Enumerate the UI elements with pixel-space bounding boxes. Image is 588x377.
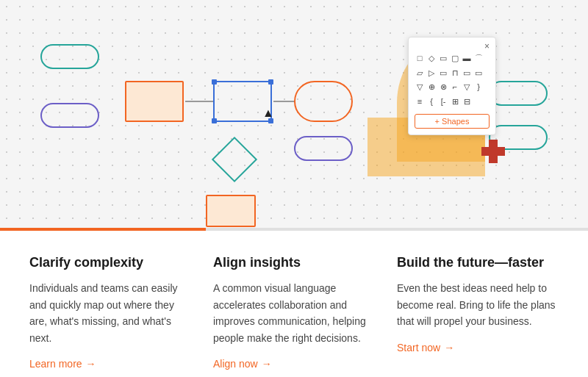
column-build: Build the future—faster Even the best id…	[397, 254, 559, 370]
shape-panel[interactable]: × □◇▭▢▬ ⌒▱▷▭⊓ ▭▭▽⊕⊗ ⌐▽}≡{[- ⊞⊟ + Shapes	[408, 37, 496, 135]
col-clarify-link[interactable]: Learn more	[29, 358, 191, 370]
col-build-body: Even the best ideas need help to become …	[397, 280, 559, 329]
content-section: Clarify complexity Individuals and teams…	[0, 231, 588, 377]
column-align: Align insights A common visual language …	[213, 254, 397, 370]
col-align-title: Align insights	[213, 254, 375, 271]
shape-teal-rounded-right	[489, 81, 548, 106]
col-build-link[interactable]: Start now	[397, 342, 559, 353]
shape-purple-oval	[40, 103, 99, 128]
plus-cross-icon	[481, 140, 505, 163]
shape-orange-oval	[294, 81, 353, 122]
col-clarify-body: Individuals and teams can easily and qui…	[29, 280, 191, 346]
diagram-area: ▲ × □◇▭▢▬ ⌒▱▷▭⊓ ▭▭	[0, 0, 588, 228]
add-shapes-button[interactable]: + Shapes	[415, 114, 490, 129]
cursor-icon: ▲	[262, 107, 274, 120]
hero-section: ▲ × □◇▭▢▬ ⌒▱▷▭⊓ ▭▭	[0, 0, 588, 228]
col-clarify-title: Clarify complexity	[29, 254, 191, 271]
shape-teal-rounded-top	[40, 44, 99, 69]
col-align-body: A common visual language accelerates col…	[213, 280, 375, 346]
col-build-title: Build the future—faster	[397, 254, 559, 271]
arrow-h1	[185, 101, 215, 102]
column-clarify: Clarify complexity Individuals and teams…	[29, 254, 213, 370]
panel-close-button[interactable]: ×	[484, 41, 490, 51]
shape-orange-rect-small	[206, 195, 256, 227]
col-align-link[interactable]: Align now	[213, 358, 375, 370]
shape-purple-oval-mid	[294, 136, 353, 161]
shape-orange-rect	[125, 81, 184, 122]
panel-icons-grid: □◇▭▢▬ ⌒▱▷▭⊓ ▭▭▽⊕⊗ ⌐▽}≡{[- ⊞⊟	[415, 52, 490, 108]
diagram-canvas: ▲ × □◇▭▢▬ ⌒▱▷▭⊓ ▭▭	[18, 15, 570, 220]
shape-teal-diamond	[212, 137, 257, 182]
arrow-h2	[273, 101, 295, 102]
